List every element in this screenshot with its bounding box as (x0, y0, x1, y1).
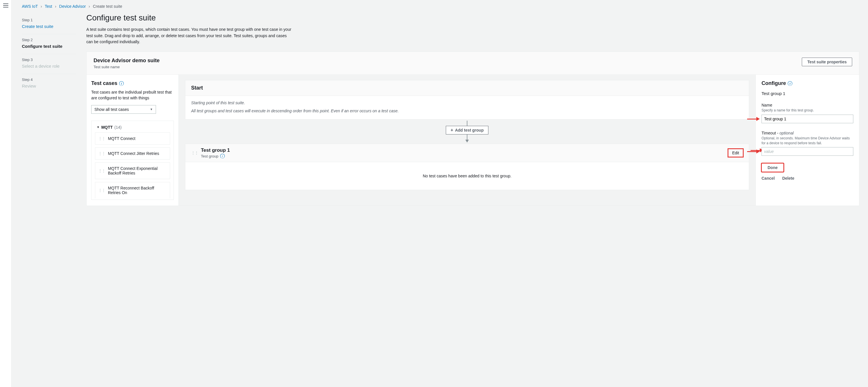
test-case-label: MQTT Connect (108, 136, 135, 141)
step-select-device-role: Select a device role (22, 64, 76, 68)
breadcrumb-link[interactable]: Device Advisor (59, 4, 86, 9)
chevron-right-icon: › (89, 4, 90, 9)
drag-handle-icon[interactable] (98, 189, 105, 191)
plus-icon: + (451, 128, 453, 132)
step-label: Step 2 (22, 38, 76, 42)
info-icon[interactable]: i (119, 81, 124, 86)
delete-button[interactable]: Delete (782, 176, 794, 181)
category-count: (14) (115, 125, 122, 129)
test-case-item[interactable]: MQTT Reconnect Backoff Retries On (95, 182, 170, 199)
configure-context: Test group 1 (762, 91, 853, 96)
test-case-label: MQTT Connect Jitter Retries (108, 151, 159, 156)
suite-name-sub: Test suite name (94, 65, 159, 69)
group-name-input[interactable] (762, 115, 853, 123)
chevron-right-icon: › (55, 4, 56, 9)
test-group-title: Test group 1 (201, 147, 230, 153)
caret-down-icon: ▼ (150, 108, 153, 111)
page-description: A test suite contains test groups, which… (86, 27, 293, 45)
hamburger-menu-icon[interactable] (3, 3, 8, 7)
step-label: Step 4 (22, 78, 76, 82)
select-value: Show all test cases (94, 107, 129, 112)
name-field-help: Specify a name for this test group. (762, 108, 853, 113)
done-button[interactable]: Done (762, 163, 784, 172)
timeout-field-label: Timeout - optional (762, 131, 853, 135)
chevron-right-icon: › (40, 4, 42, 9)
name-field-label: Name (762, 103, 853, 108)
page-title: Configure test suite (86, 13, 859, 23)
start-desc-line: All test groups and test cases will exec… (191, 108, 743, 114)
add-test-group-label: Add test group (455, 128, 484, 132)
info-icon[interactable]: i (788, 81, 792, 86)
cancel-button[interactable]: Cancel (762, 176, 775, 181)
test-cases-heading: Test cases (91, 80, 117, 86)
breadcrumb: AWS IoT › Test › Device Advisor › Create… (11, 0, 868, 13)
drag-handle-icon[interactable] (98, 138, 105, 139)
timeout-input[interactable] (762, 147, 853, 156)
arrow-down-icon (465, 140, 469, 143)
test-group-empty-message: No test cases have been added to this te… (185, 162, 749, 190)
test-group-sub: Test group (201, 154, 218, 158)
suite-name: Device Advisor demo suite (94, 58, 159, 64)
drag-handle-icon[interactable] (98, 170, 105, 172)
step-label: Step 3 (22, 58, 76, 62)
test-case-label: MQTT Connect Exponential Backoff Retries (108, 166, 167, 175)
step-create-test-suite[interactable]: Create test suite (22, 24, 76, 29)
start-card: Start Starting point of this test suite.… (185, 80, 749, 119)
test-case-item[interactable]: MQTT Connect (95, 132, 170, 145)
info-icon[interactable]: i (220, 154, 225, 158)
step-configure-test-suite: Configure test suite (22, 44, 76, 49)
start-title: Start (185, 80, 749, 96)
test-cases-description: Test cases are the individual prebuilt t… (91, 89, 174, 101)
timeout-field-help: Optional, in seconds. Maximum time Devic… (762, 136, 853, 146)
breadcrumb-link[interactable]: AWS IoT (22, 4, 38, 9)
step-review: Review (22, 84, 76, 88)
wizard-steps: Step 1 Create test suite Step 2 Configur… (11, 13, 86, 387)
breadcrumb-link[interactable]: Test (44, 4, 52, 9)
configure-heading: Configure (762, 80, 786, 86)
add-test-group-button[interactable]: + Add test group (446, 126, 489, 135)
test-suite-properties-button[interactable]: Test suite properties (802, 58, 852, 66)
step-label: Step 1 (22, 18, 76, 22)
test-case-item[interactable]: MQTT Connect Jitter Retries (95, 147, 170, 159)
caret-down-icon: ▼ (97, 125, 100, 129)
edit-test-group-button[interactable]: Edit (728, 149, 743, 157)
start-desc-line: Starting point of this test suite. (191, 100, 743, 106)
test-case-filter-select[interactable]: Show all test cases ▼ (91, 105, 156, 114)
test-group-card: Test group 1 Test group i Edit (185, 144, 749, 190)
drag-handle-icon[interactable] (98, 153, 105, 154)
breadcrumb-current: Create test suite (93, 4, 122, 9)
drag-handle-icon[interactable] (191, 152, 198, 154)
category-name: MQTT (101, 125, 113, 129)
test-case-item[interactable]: MQTT Connect Exponential Backoff Retries (95, 162, 170, 179)
category-toggle-mqtt[interactable]: ▼ MQTT (14) (95, 125, 170, 129)
test-case-label: MQTT Reconnect Backoff Retries On (108, 186, 167, 195)
